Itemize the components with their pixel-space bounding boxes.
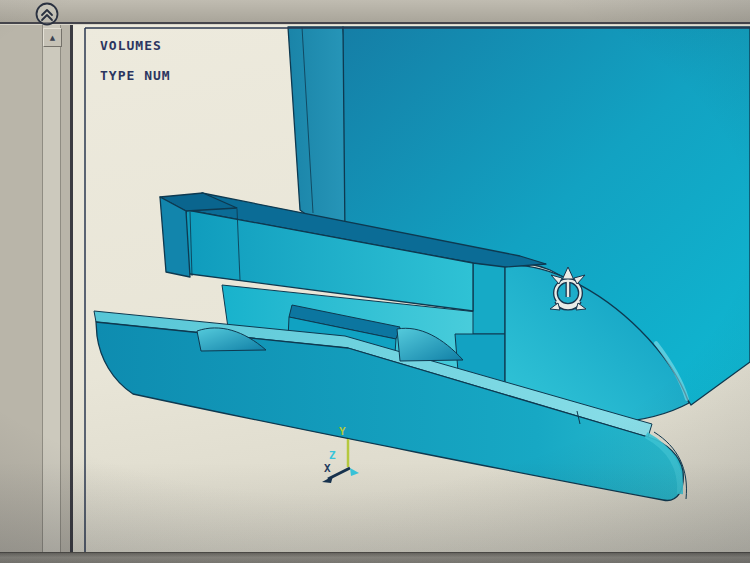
annotation-volumes: VOLUMES — [100, 39, 162, 53]
model-volumes-plot: Y Z X — [85, 27, 750, 552]
vertical-scrollbar[interactable]: ▲ — [42, 24, 61, 563]
title-bar-highlight — [0, 24, 750, 25]
triad-z-label: Z — [329, 449, 336, 462]
graphics-window: Y Z X VOLUMES TYPE NUM — [73, 24, 750, 552]
triad-y-label: Y — [339, 425, 346, 438]
bottom-edge-strip — [0, 552, 750, 563]
title-bar — [0, 0, 750, 24]
graphics-viewport[interactable]: Y Z X — [73, 24, 750, 552]
triangle-up-icon: ▲ — [50, 34, 55, 42]
collapse-toolbar-button[interactable] — [34, 1, 60, 27]
double-chevron-up-icon — [34, 1, 60, 27]
scroll-up-button[interactable]: ▲ — [43, 28, 62, 47]
annotation-type-num: TYPE NUM — [100, 69, 171, 83]
ansys-application-window: ▲ — [0, 0, 750, 563]
left-panel: ▲ — [0, 24, 70, 563]
model-endcap-upper — [473, 263, 505, 334]
triad-x-label: X — [324, 462, 331, 475]
